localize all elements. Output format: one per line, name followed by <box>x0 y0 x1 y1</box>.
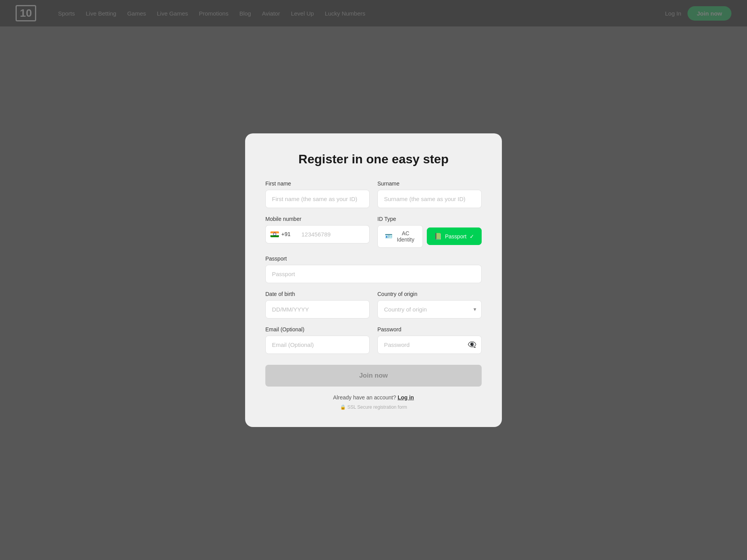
phone-number-input[interactable] <box>295 225 370 243</box>
email-label: Email (Optional) <box>265 326 370 332</box>
password-label: Password <box>377 326 482 332</box>
dob-label: Date of birth <box>265 291 370 297</box>
email-input[interactable] <box>265 336 370 354</box>
passport-id-button[interactable]: 📗 Passport ✓ <box>427 228 482 245</box>
first-name-label: First name <box>265 180 370 187</box>
join-now-submit-button[interactable]: Join now <box>265 365 482 387</box>
mobile-idtype-row: Mobile number +91 ID Type 🪪 AC Identity <box>265 216 482 248</box>
mobile-label: Mobile number <box>265 216 370 222</box>
surname-input[interactable] <box>377 190 482 208</box>
log-in-link[interactable]: Log in <box>398 394 414 401</box>
passport-group: Passport <box>265 256 482 283</box>
modal-overlay: Register in one easy step First name Sur… <box>0 0 747 560</box>
modal-title: Register in one easy step <box>265 152 482 166</box>
name-row: First name Surname <box>265 180 482 208</box>
lock-icon: 🔒 <box>340 404 346 410</box>
surname-label: Surname <box>377 180 482 187</box>
first-name-input[interactable] <box>265 190 370 208</box>
country-code-value: +91 <box>281 231 291 237</box>
passport-id-label: Passport <box>445 233 466 240</box>
passport-icon: 📗 <box>434 233 442 240</box>
dob-group: Date of birth <box>265 291 370 318</box>
ac-identity-label: AC Identity <box>396 230 416 243</box>
toggle-password-icon[interactable]: 👁‍🗨 <box>468 340 476 349</box>
id-type-buttons: 🪪 AC Identity 📗 Passport ✓ <box>377 225 482 248</box>
password-wrapper: 👁‍🗨 <box>377 336 482 354</box>
country-code-selector[interactable]: +91 <box>265 225 295 243</box>
id-type-group: ID Type 🪪 AC Identity 📗 Passport ✓ <box>377 216 482 248</box>
ssl-text: 🔒 SSL Secure registration form <box>265 404 482 410</box>
surname-group: Surname <box>377 180 482 208</box>
ac-identity-icon: 🪪 <box>385 233 393 240</box>
already-account-text: Already have an account? Log in <box>265 394 482 401</box>
email-group: Email (Optional) <box>265 326 370 354</box>
register-modal: Register in one easy step First name Sur… <box>245 133 502 427</box>
passport-row: Passport <box>265 256 482 283</box>
dob-country-row: Date of birth Country of origin Country … <box>265 291 482 318</box>
passport-label: Passport <box>265 256 482 262</box>
country-of-origin-label: Country of origin <box>377 291 482 297</box>
country-of-origin-select[interactable]: Country of origin <box>377 300 482 318</box>
india-flag-icon <box>270 231 279 237</box>
mobile-group: Mobile number +91 <box>265 216 370 248</box>
id-type-label: ID Type <box>377 216 482 222</box>
password-group: Password 👁‍🗨 <box>377 326 482 354</box>
email-password-row: Email (Optional) Password 👁‍🗨 <box>265 326 482 354</box>
dob-input[interactable] <box>265 300 370 318</box>
country-of-origin-group: Country of origin Country of origin ▾ <box>377 291 482 318</box>
first-name-group: First name <box>265 180 370 208</box>
passport-input[interactable] <box>265 265 482 283</box>
phone-group: +91 <box>265 225 370 243</box>
password-input[interactable] <box>377 336 482 354</box>
passport-check-icon: ✓ <box>470 233 474 240</box>
ac-identity-button[interactable]: 🪪 AC Identity <box>377 225 423 248</box>
country-select-wrapper: Country of origin ▾ <box>377 300 482 318</box>
